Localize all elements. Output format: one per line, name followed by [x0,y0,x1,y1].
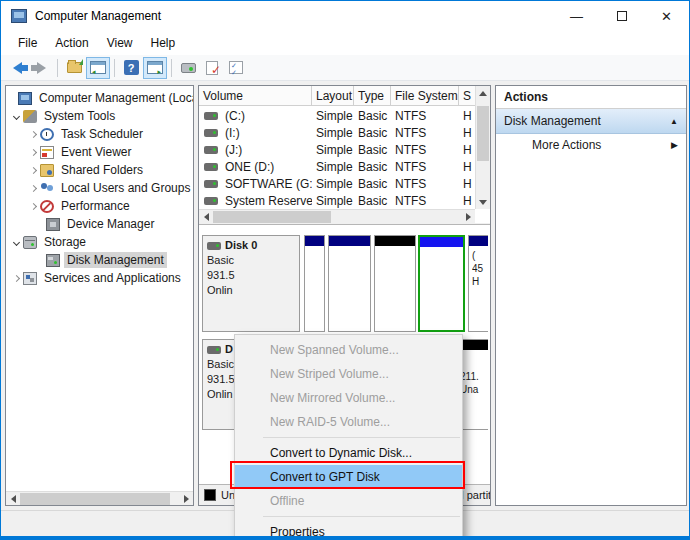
scroll-up-icon[interactable] [476,86,490,100]
close-button[interactable]: ✕ [644,1,689,31]
console-tree-panel: Computer Management (Local System Tools … [5,85,194,506]
volume-row[interactable]: (J:) Simple Basic NTFS H [199,141,475,158]
submenu-arrow-icon: ▶ [671,140,678,150]
scrollbar-thumb[interactable] [477,106,489,161]
menu-help[interactable]: Help [142,33,185,53]
expand-chevron-icon[interactable] [30,148,37,155]
actions-section-disk-management[interactable]: Disk Management ▲ [496,109,686,134]
tree-item-storage[interactable]: Storage [6,233,193,251]
partition[interactable] [304,235,325,332]
volume-icon [204,129,218,137]
device-manager-icon [46,218,60,231]
console-tree-icon: ◂ [90,61,106,74]
column-layout[interactable]: Layout [312,86,354,105]
expand-chevron-icon[interactable] [30,184,37,191]
partition[interactable] [328,235,371,332]
expand-chevron-icon[interactable] [13,274,20,281]
scroll-left-icon[interactable] [6,492,20,506]
partition[interactable] [374,235,416,332]
checklist-icon: ✓✓ [229,61,243,74]
collapse-chevron-icon[interactable] [13,238,20,245]
scrollbar-thumb[interactable] [20,493,170,505]
console-tree-toggle[interactable]: ◂ [86,57,110,79]
content-area: Computer Management (Local System Tools … [1,81,689,510]
shared-folders-icon [40,164,54,177]
menu-item-new-mirrored-volume[interactable]: New Mirrored Volume... [235,386,462,410]
popup-tool-button[interactable] [176,57,200,79]
scroll-left-icon[interactable] [199,210,213,224]
tree-horizontal-scrollbar[interactable] [6,491,193,505]
tree-item-shared-folders[interactable]: Shared Folders [6,161,193,179]
column-status[interactable]: S [459,86,475,105]
tree-item-system-tools[interactable]: System Tools [6,107,193,125]
maximize-button[interactable] [599,1,644,31]
volume-row[interactable]: (C:) Simple Basic NTFS H [199,107,475,124]
action-pane-toggle[interactable]: ▸ [143,57,167,79]
section-divider [199,223,490,225]
tree-item-disk-management[interactable]: Disk Management [6,251,193,269]
menu-item-new-striped-volume[interactable]: New Striped Volume... [235,362,462,386]
tree-item-device-manager[interactable]: Device Manager [6,215,193,233]
minimize-button[interactable]: — [554,1,599,31]
disk-icon [207,346,221,354]
collapse-chevron-icon[interactable] [13,112,20,119]
menu-item-properties[interactable]: Properties [235,520,462,540]
menu-item-new-raid5-volume[interactable]: New RAID-5 Volume... [235,410,462,434]
title-bar: Computer Management — ✕ [1,1,689,31]
menu-item-convert-to-gpt-disk[interactable]: Convert to GPT Disk [235,465,462,489]
volume-list-horizontal-scrollbar[interactable] [199,209,475,223]
volume-list-vertical-scrollbar[interactable] [475,86,490,209]
action-pane-icon: ▸ [147,61,163,74]
tree-item-computer-management[interactable]: Computer Management (Local [6,89,193,107]
toolbar-separator [114,59,115,77]
column-volume[interactable]: Volume [199,86,312,105]
window-title: Computer Management [35,9,161,23]
actions-title: Actions [496,86,686,109]
toolbar-separator [57,59,58,77]
menu-item-convert-to-dynamic-disk[interactable]: Convert to Dynamic Disk... [235,441,462,465]
column-file-system[interactable]: File System [391,86,459,105]
tree-item-task-scheduler[interactable]: Task Scheduler [6,125,193,143]
help-button[interactable]: ? [119,57,143,79]
up-folder-button[interactable] [62,57,86,79]
up-folder-icon [67,62,82,73]
computer-icon [18,92,32,105]
expand-chevron-icon[interactable] [30,202,37,209]
collapse-arrow-icon[interactable]: ▲ [670,117,678,126]
expand-chevron-icon[interactable] [30,166,37,173]
volume-row[interactable]: SOFTWARE (G:) Simple Basic NTFS H [199,175,475,192]
task-scheduler-icon [40,128,54,141]
volume-row[interactable]: ONE (D:) Simple Basic NTFS H [199,158,475,175]
tree-item-services-applications[interactable]: Services and Applications [6,269,193,287]
scrollbar-thumb[interactable] [213,211,331,223]
menu-view[interactable]: View [98,33,142,53]
menu-item-offline[interactable]: Offline [235,489,462,513]
volume-row[interactable]: (I:) Simple Basic NTFS H [199,124,475,141]
expand-chevron-icon[interactable] [30,130,37,137]
users-icon [40,182,54,195]
volume-row[interactable]: System Reserved Simple Basic NTFS H [199,192,475,209]
menu-action[interactable]: Action [46,33,97,53]
options-tool-button[interactable]: ✓✓ [224,57,248,79]
scroll-right-icon[interactable] [179,492,193,506]
disk0-header[interactable]: Disk 0 Basic 931.5 Onlin [202,235,300,332]
partition[interactable]: ( 45 H [468,235,488,332]
check-document-icon: ✓ [206,61,218,75]
check-tool-button[interactable]: ✓ [200,57,224,79]
computer-management-window: Computer Management — ✕ File Action View… [0,0,690,540]
tree-item-performance[interactable]: Performance [6,197,193,215]
back-button[interactable] [5,57,29,79]
column-type[interactable]: Type [354,86,391,105]
menu-file[interactable]: File [9,33,46,53]
tree-item-local-users-groups[interactable]: Local Users and Groups [6,179,193,197]
scroll-down-icon[interactable] [476,195,490,209]
more-actions-item[interactable]: More Actions ▶ [496,134,686,156]
help-icon: ? [124,60,139,75]
volume-list-header: Volume Layout Type File System S [199,86,475,106]
scroll-right-icon[interactable] [461,210,475,224]
selected-partition[interactable] [418,235,465,332]
forward-button[interactable] [29,57,53,79]
menu-item-new-spanned-volume[interactable]: New Spanned Volume... [235,338,462,362]
tree-item-event-viewer[interactable]: Event Viewer [6,143,193,161]
actions-panel: Actions Disk Management ▲ More Actions ▶ [495,85,687,506]
